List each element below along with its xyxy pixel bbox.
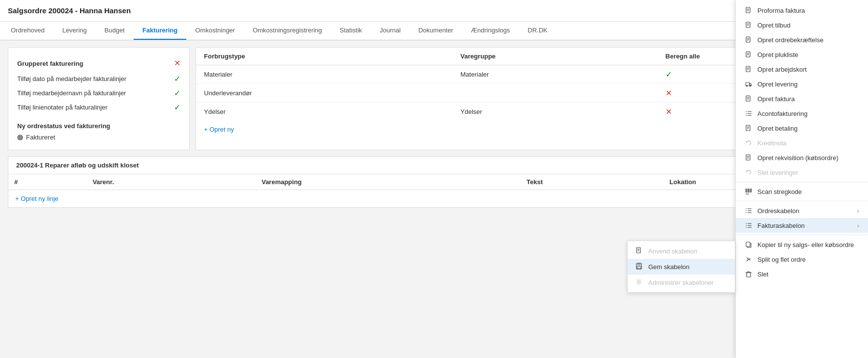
menu-item-slet-leveringer: Slet leveringer [736,165,868,180]
tab-levering[interactable]: Levering [54,22,96,40]
undo-icon [745,139,752,147]
field2-label: Tilføj medarbejdernavn på fakturalinjer [17,89,126,97]
bottom-section-title: 200024-1 Reparer afløb og udskift kloset [8,157,860,174]
document-icon [745,21,752,29]
grouped-fakturering-value: ✕ [174,58,180,68]
bottom-table: #Varenr.VaremappingTekstLokation [8,174,860,190]
document-icon [745,6,752,14]
menu-item-label: Proforma faktura [757,7,805,14]
menu-item-opret-arbejdskort[interactable]: Opret arbejdskort [736,62,868,77]
page-title: Salgsordre 200024 - Hanna Hansen [8,6,131,15]
field2-row: Tilføj medarbejdernavn på fakturalinjer … [17,86,180,100]
menu-item-proforma-faktura[interactable]: Proforma faktura [736,3,868,18]
document-icon [745,124,752,132]
menu-item-label: Opret levering [757,81,798,88]
svg-rect-26 [746,52,750,57]
menu-item-label: Opret arbejdskort [757,66,807,73]
menu-item-label: Scan stregkode [757,188,802,195]
svg-rect-51 [746,155,750,160]
menu-item-scan-stregkode[interactable]: |||||||Scan stregkode [736,184,868,199]
svg-rect-22 [746,37,750,42]
tab-dokumenter[interactable]: Dokumenter [409,22,462,40]
field1-value: ✓ [174,74,180,83]
bottom-section: 200024-1 Reparer afløb og udskift kloset… [8,156,860,208]
menu-item-opret-tilbud[interactable]: Opret tilbud [736,18,868,32]
svg-rect-56 [747,189,748,193]
column-header: Tekst [521,174,664,190]
document-icon [745,65,752,73]
truck-icon [745,80,752,88]
add-new-line[interactable]: + Opret ny linje [8,190,65,207]
menu-item-label: Acontofakturering [757,110,808,117]
menu-item-label: Ordreskabelon [757,207,799,215]
svg-rect-34 [746,83,750,85]
svg-rect-59 [751,189,752,193]
menu-item-opret-ordrebekræftelse[interactable]: Opret ordrebekræftelse [736,32,868,47]
undo-icon [745,168,752,176]
tab-ordrehoved[interactable]: Ordrehoved [2,22,54,40]
svg-rect-47 [746,125,750,131]
menu-item-ordreskabelon[interactable]: Ordreskabelon› [736,203,868,215]
svg-rect-37 [746,96,750,101]
col2-header: Varegruppe [453,48,658,65]
menu-item-kreditnota: Kreditnota [736,136,868,150]
column-header: Varenr. [87,174,256,190]
svg-rect-14 [746,7,750,13]
tab-omkostninger[interactable]: Omkostninger [186,22,244,40]
status-title: Ny ordrestatus ved fakturering [17,119,180,132]
status-value: Faktureret [26,134,55,141]
menu-item-label: Opret ordrebekræftelse [757,36,823,44]
menu-item-label: Opret betaling [757,125,798,132]
tab-drdk[interactable]: DR.DK [519,22,556,40]
field3-row: Tilføj linienotater på fakturalinjer ✓ [17,100,180,114]
add-new-forbrugstype[interactable]: + Opret ny [196,121,242,138]
menu-item-label: Opret rekvisition (købsordre) [757,154,839,162]
svg-rect-18 [746,22,750,28]
field2-value: ✓ [174,88,180,98]
status-row: Faktureret [17,132,180,143]
tab-statistik[interactable]: Statistik [331,22,371,40]
barcode-icon: ||||||| [745,188,752,195]
tab-omkostningsregistrering[interactable]: Omkostningsregistrering [244,22,331,40]
column-header: Varemapping [256,174,521,190]
menu-item-label: Slet leveringer [757,169,798,176]
svg-rect-58 [750,189,750,193]
grouped-fakturering-row: Grupperet fakturering ✕ [17,55,180,72]
menu-item-opret-levering[interactable]: Opret levering [736,77,868,91]
upper-section: Grupperet fakturering ✕ Tilføj dato på m… [8,47,860,150]
document-icon [745,36,752,44]
menu-item-opret-rekvisition-købsordre[interactable]: Opret rekvisition (købsordre) [736,150,868,165]
field1-label: Tilføj dato på medarbejder fakturalinjer [17,75,126,83]
menu-separator [736,201,868,201]
menu-separator [736,182,868,182]
tab-aendringslogs[interactable]: Ændringslogs [462,22,519,40]
document-icon [745,154,752,162]
grouped-fakturering-label: Grupperet fakturering [17,57,83,69]
tab-journal[interactable]: Journal [371,22,410,40]
menu-item-opret-betaling[interactable]: Opret betaling [736,121,868,136]
menu-item-label: Opret tilbud [757,22,790,29]
menu-item-opret-faktura[interactable]: Opret faktura [736,91,868,106]
tab-fakturering[interactable]: Fakturering [134,22,187,40]
list-icon [745,110,752,117]
tab-budget[interactable]: Budget [96,22,134,40]
svg-rect-30 [746,66,750,72]
status-section: Ny ordrestatus ved fakturering Fakturere… [17,119,180,143]
svg-point-36 [750,85,751,86]
menu-item-label: Kreditnota [757,139,786,147]
chevron-right-icon: › [857,207,859,215]
document-icon [745,95,752,103]
column-header: # [8,174,87,190]
menu-item-acontofakturering[interactable]: Acontofakturering [736,106,868,121]
svg-text:|||||||: ||||||| [746,193,749,195]
document-icon [745,51,752,58]
field3-value: ✓ [174,103,180,112]
menu-item-label: Opret faktura [757,95,795,103]
menu-item-opret-plukliste[interactable]: Opret plukliste [736,47,868,62]
context-menu: Proforma fakturaOpret tilbudOpret ordreb… [735,0,868,215]
col1-header: Forbrugstype [196,48,453,65]
left-panel: Grupperet fakturering ✕ Tilføj dato på m… [8,47,190,150]
svg-rect-57 [748,189,749,193]
menu-item-label: Opret plukliste [757,51,798,58]
svg-point-35 [746,85,747,86]
